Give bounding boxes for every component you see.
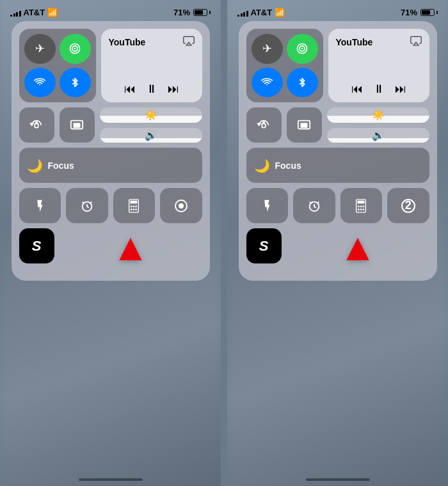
- airplane-mode-button[interactable]: ✈: [24, 34, 56, 64]
- airplay-icon[interactable]: [183, 35, 195, 49]
- svg-marker-3: [186, 42, 191, 45]
- focus-button[interactable]: 🌙 Focus: [19, 148, 202, 183]
- right-cellular-icon: [296, 42, 308, 55]
- svg-point-10: [131, 205, 132, 207]
- right-battery-body: [420, 9, 435, 16]
- screen-mirroring-button[interactable]: [60, 107, 95, 143]
- alarm-icon: [80, 199, 94, 213]
- right-shazam-button[interactable]: S: [246, 228, 282, 263]
- right-status-bar: AT&T 📶 71%: [227, 0, 448, 21]
- svg-point-14: [133, 208, 135, 210]
- svg-point-13: [131, 208, 132, 210]
- volume-slider[interactable]: 🔊: [100, 128, 202, 143]
- wifi-button[interactable]: [24, 68, 56, 98]
- left-row-mid: ☀️ 🔊: [19, 107, 202, 143]
- svg-point-26: [358, 205, 360, 207]
- right-alarm-icon: [307, 199, 321, 213]
- left-row-tools: [19, 188, 202, 223]
- right-number-badge-button[interactable]: 2: [387, 188, 429, 223]
- svg-rect-25: [358, 200, 365, 203]
- cellular-button[interactable]: [60, 34, 91, 64]
- right-battery-tip: [436, 11, 438, 14]
- right-row-bottom: S ▲: [246, 228, 429, 273]
- right-wifi-icon: [260, 77, 273, 88]
- number-2-label: 2: [405, 199, 412, 212]
- bluetooth-button[interactable]: [60, 68, 91, 98]
- right-bluetooth-icon: [298, 76, 307, 89]
- bar4: [19, 11, 21, 17]
- pause-button[interactable]: ⏸: [146, 82, 157, 96]
- right-arrow-container: ▲: [287, 228, 429, 273]
- flashlight-icon: [34, 199, 45, 213]
- right-airplane-button[interactable]: ✈: [252, 34, 283, 64]
- np-header-left: YouTube: [109, 35, 195, 49]
- slider-block: ☀️ 🔊: [100, 107, 202, 143]
- right-rotation-button[interactable]: [246, 107, 282, 143]
- right-cellular-button[interactable]: [287, 34, 318, 64]
- svg-rect-4: [35, 123, 38, 127]
- right-volume-icon: 🔊: [372, 129, 385, 141]
- battery-fill: [195, 10, 203, 15]
- status-right: 71%: [173, 8, 211, 17]
- right-airplay-icon[interactable]: [410, 35, 422, 49]
- left-red-arrow: ▲: [111, 228, 149, 267]
- airplay-svg: [183, 35, 195, 47]
- rbar4: [246, 11, 248, 17]
- wifi-icon: [33, 77, 46, 88]
- right-shazam-icon: S: [259, 238, 269, 255]
- svg-point-28: [363, 205, 365, 207]
- right-calculator-button[interactable]: [340, 188, 383, 223]
- right-slider-block: ☀️ 🔊: [327, 107, 429, 143]
- brightness-slider[interactable]: ☀️: [100, 107, 202, 123]
- right-volume-slider[interactable]: 🔊: [327, 128, 429, 143]
- rewind-button[interactable]: ⏮: [124, 82, 136, 96]
- mirror-icon: [70, 118, 84, 132]
- right-brightness-slider[interactable]: ☀️: [327, 107, 429, 123]
- right-np-header: YouTube: [336, 35, 422, 49]
- right-mirror-button[interactable]: [287, 107, 322, 143]
- right-focus-button[interactable]: 🌙 Focus: [246, 148, 429, 183]
- svg-marker-19: [413, 42, 419, 45]
- calculator-button[interactable]: [113, 188, 156, 223]
- right-status-left: AT&T 📶: [237, 8, 285, 17]
- right-row-focus: 🌙 Focus: [246, 148, 429, 183]
- right-control-center: ✈: [239, 21, 437, 281]
- rotation-lock-icon: [29, 118, 44, 132]
- right-wifi-icon: 📶: [275, 8, 285, 17]
- right-signal-bars: [237, 9, 248, 17]
- left-row-focus: 🌙 Focus: [19, 148, 202, 183]
- shazam-button[interactable]: S: [19, 228, 54, 263]
- battery-body: [193, 9, 207, 16]
- left-row-top: ✈: [19, 29, 202, 102]
- right-now-playing-title: YouTube: [336, 37, 373, 47]
- screen-record-button[interactable]: [160, 188, 202, 223]
- left-control-center: ✈: [12, 21, 210, 281]
- focus-label: Focus: [48, 161, 74, 171]
- right-pause-button[interactable]: ⏸: [373, 82, 385, 96]
- flashlight-button[interactable]: [19, 188, 61, 223]
- svg-point-11: [133, 205, 135, 207]
- right-fast-forward-button[interactable]: ⏭: [395, 82, 406, 96]
- alarm-button[interactable]: [66, 188, 108, 223]
- right-bluetooth-button[interactable]: [287, 68, 318, 98]
- left-content: AT&T 📶 71% ✈: [0, 0, 221, 486]
- right-content: AT&T 📶 71% ✈: [227, 0, 448, 486]
- right-carrier-label: AT&T: [251, 8, 273, 17]
- right-flashlight-button[interactable]: [246, 188, 289, 223]
- screen-rotation-button[interactable]: [19, 107, 54, 143]
- fast-forward-button[interactable]: ⏭: [168, 82, 179, 96]
- svg-point-31: [363, 208, 365, 210]
- wifi-status-icon: 📶: [47, 8, 58, 17]
- right-rewind-button[interactable]: ⏮: [351, 82, 363, 96]
- svg-point-12: [136, 205, 138, 207]
- right-battery-label: 71%: [401, 8, 417, 17]
- right-battery-fill: [422, 10, 430, 15]
- right-alarm-button[interactable]: [293, 188, 335, 223]
- right-airplay-svg: [410, 35, 422, 47]
- svg-point-18: [301, 48, 303, 50]
- left-phone-panel: AT&T 📶 71% ✈: [0, 0, 221, 486]
- volume-icon: 🔊: [145, 129, 157, 141]
- right-wifi-button[interactable]: [252, 68, 283, 98]
- bluetooth-icon: [70, 76, 79, 89]
- focus-moon-icon: 🌙: [27, 158, 43, 173]
